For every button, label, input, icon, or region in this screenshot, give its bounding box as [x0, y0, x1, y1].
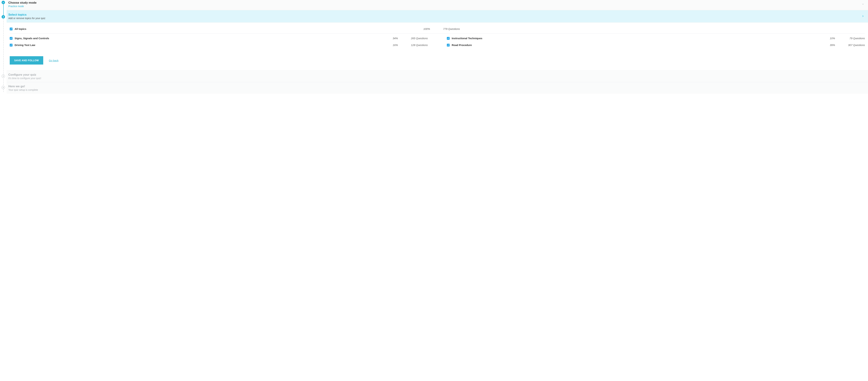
- step3-title: Configure your quiz: [8, 73, 864, 76]
- topic-questions: 128 Questions: [405, 43, 428, 46]
- step1-header[interactable]: Choose study mode Practice mode: [7, 0, 868, 10]
- step1-subtitle: Practice mode: [8, 5, 36, 8]
- go-back-link[interactable]: Go back: [49, 59, 59, 62]
- step-badge-4: 4: [2, 86, 5, 89]
- step-badge-3: 3: [2, 74, 5, 78]
- step4-header[interactable]: Here we go! Your quiz setup is complete: [7, 82, 868, 94]
- check-icon: [2, 2, 4, 3]
- step2-title: Select topics: [8, 13, 45, 17]
- check-icon: [447, 37, 449, 39]
- topic-questions: 79 Questions: [842, 37, 865, 40]
- chevron-right-icon: [862, 15, 864, 18]
- topic-pct: 16%: [388, 43, 398, 46]
- topic-pct: 34%: [388, 37, 398, 40]
- step3-subtitle: It's time to configure your quiz!: [8, 77, 864, 80]
- topic-checkbox[interactable]: [447, 44, 450, 46]
- check-icon: [10, 44, 12, 46]
- topic-name: Instructional Techniques: [452, 37, 823, 40]
- topic-checkbox[interactable]: [447, 37, 450, 40]
- topic-name: Road Procedure: [452, 43, 823, 46]
- divider: [10, 33, 865, 34]
- topic-pct: 39%: [825, 43, 835, 46]
- topic-row: Instructional Techniques10%79 Questions: [447, 37, 865, 40]
- checkbox-all-topics[interactable]: [10, 28, 12, 30]
- topic-questions: 307 Questions: [842, 43, 865, 46]
- step2-subtitle: Add or remove topics for your quiz: [8, 17, 45, 20]
- topic-name: All topics: [14, 27, 417, 30]
- step3-header[interactable]: Configure your quiz It's time to configu…: [7, 71, 868, 82]
- step2-body: All topics 100% 779 Questions Signs, Sig…: [7, 23, 868, 71]
- chevron-down-icon: [862, 3, 864, 6]
- topic-name: Signs, Signals and Controls: [14, 37, 385, 40]
- topic-pct: 10%: [825, 37, 835, 40]
- topic-row: Road Procedure39%307 Questions: [447, 43, 865, 46]
- step2-header[interactable]: Select topics Add or remove topics for y…: [7, 10, 868, 23]
- step4-title: Here we go!: [8, 85, 864, 88]
- topic-questions: 779 Questions: [437, 27, 460, 30]
- topic-row: Signs, Signals and Controls34%265 Questi…: [10, 37, 428, 40]
- topic-questions: 265 Questions: [405, 37, 428, 40]
- topic-checkbox[interactable]: [10, 37, 12, 40]
- step-badge-1: [2, 1, 5, 4]
- check-icon: [10, 37, 12, 39]
- check-icon: [10, 28, 12, 30]
- step4-subtitle: Your quiz setup is complete: [8, 89, 864, 91]
- topic-name: Driving Test Law: [14, 43, 385, 46]
- step1-title: Choose study mode: [8, 1, 36, 4]
- topic-row: Driving Test Law16%128 Questions: [10, 43, 428, 46]
- save-and-follow-button[interactable]: SAVE AND FOLLOW: [10, 56, 43, 65]
- step-badge-2: 2: [2, 15, 5, 19]
- topic-checkbox[interactable]: [10, 44, 12, 46]
- check-icon: [447, 44, 449, 46]
- topic-row-all: All topics 100% 779 Questions: [10, 27, 865, 33]
- topic-pct: 100%: [420, 27, 430, 30]
